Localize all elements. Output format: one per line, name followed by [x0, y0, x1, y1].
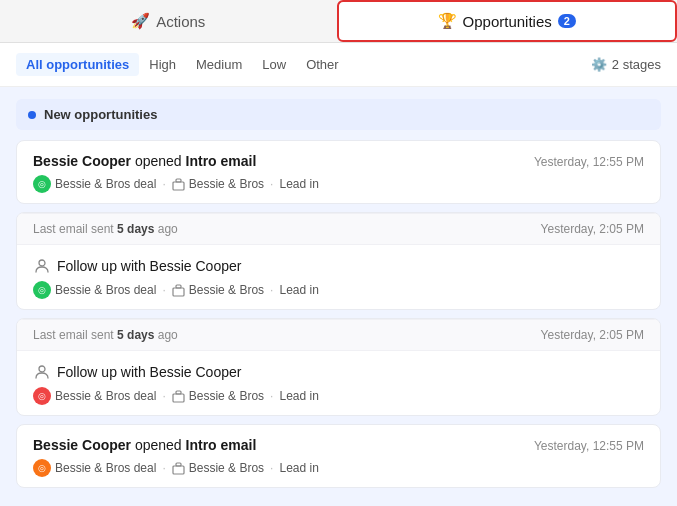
- person-icon-3: [33, 257, 51, 275]
- svg-rect-3: [173, 288, 184, 296]
- gear-icon: ⚙️: [591, 57, 607, 72]
- card-6-title: Bessie Cooper opened Intro email: [33, 437, 256, 453]
- card-6-meta: ◎ Bessie & Bros deal · Bessie & Bros · L…: [33, 459, 644, 477]
- svg-rect-9: [176, 463, 181, 466]
- opportunities-tab-label: Opportunities: [463, 13, 552, 30]
- opportunities-tab[interactable]: 🏆 Opportunities 2: [337, 0, 678, 42]
- deal-icon-6: ◎: [33, 459, 51, 477]
- card-1-stage: Lead in: [279, 177, 318, 191]
- card-6-company: Bessie & Bros: [189, 461, 264, 475]
- filter-medium[interactable]: Medium: [186, 53, 252, 76]
- actions-tab-label: Actions: [156, 13, 205, 30]
- card-3-company: Bessie & Bros: [189, 283, 264, 297]
- card-3-stage: Lead in: [279, 283, 318, 297]
- card-1-person: Bessie Cooper: [33, 153, 131, 169]
- person-icon-5: [33, 363, 51, 381]
- card-6-deal: Bessie & Bros deal: [55, 461, 156, 475]
- card-1-deal: Bessie & Bros deal: [55, 177, 156, 191]
- svg-rect-6: [173, 394, 184, 402]
- deal-icon-1: ◎: [33, 175, 51, 193]
- card-5-title: Follow up with Bessie Cooper: [33, 363, 241, 381]
- rocket-icon: 🚀: [131, 12, 150, 30]
- card-group-1: Last email sent 5 days ago Yesterday, 2:…: [16, 212, 661, 310]
- card-1-title: Bessie Cooper opened Intro email: [33, 153, 256, 169]
- sep-row-1: Last email sent 5 days ago Yesterday, 2:…: [17, 213, 660, 245]
- filter-high[interactable]: High: [139, 53, 186, 76]
- company-icon-5: [172, 390, 185, 403]
- section-dot: [28, 111, 36, 119]
- svg-rect-1: [176, 179, 181, 182]
- stages-button[interactable]: ⚙️ 2 stages: [591, 57, 661, 72]
- company-icon-6: [172, 462, 185, 475]
- svg-rect-0: [173, 182, 184, 190]
- svg-rect-4: [176, 285, 181, 288]
- card-3-deal: Bessie & Bros deal: [55, 283, 156, 297]
- deal-icon-3: ◎: [33, 281, 51, 299]
- svg-point-2: [39, 260, 45, 266]
- section-title: New opportunities: [44, 107, 157, 122]
- card-5-stage: Lead in: [279, 389, 318, 403]
- card-3-title: Follow up with Bessie Cooper: [33, 257, 241, 275]
- card-6-stage: Lead in: [279, 461, 318, 475]
- card-1-time: Yesterday, 12:55 PM: [534, 155, 644, 169]
- section-header: New opportunities: [16, 99, 661, 130]
- main-content: New opportunities Bessie Cooper opened I…: [0, 87, 677, 506]
- card-6-item: Intro email: [186, 437, 257, 453]
- opportunities-badge: 2: [558, 14, 576, 28]
- deal-icon-5: ◎: [33, 387, 51, 405]
- card-1-company: Bessie & Bros: [189, 177, 264, 191]
- company-icon-3: [172, 284, 185, 297]
- card-3-meta: ◎ Bessie & Bros deal · Bessie & Bros · L…: [33, 281, 644, 299]
- card-1-item: Intro email: [186, 153, 257, 169]
- svg-rect-7: [176, 391, 181, 394]
- filter-other[interactable]: Other: [296, 53, 349, 76]
- card-6-time: Yesterday, 12:55 PM: [534, 439, 644, 453]
- svg-rect-8: [173, 466, 184, 474]
- card-5-meta: ◎ Bessie & Bros deal · Bessie & Bros · L…: [33, 387, 644, 405]
- card-1-meta: ◎ Bessie & Bros deal · Bessie & Bros · L…: [33, 175, 644, 193]
- svg-point-5: [39, 366, 45, 372]
- card-5-company: Bessie & Bros: [189, 389, 264, 403]
- company-icon-1: [172, 178, 185, 191]
- card-6-person: Bessie Cooper: [33, 437, 131, 453]
- card-email-6: Bessie Cooper opened Intro email Yesterd…: [16, 424, 661, 488]
- sep-row-2: Last email sent 5 days ago Yesterday, 2:…: [17, 319, 660, 351]
- filter-bar: All opportunities High Medium Low Other …: [0, 43, 677, 87]
- stages-label: 2 stages: [612, 57, 661, 72]
- filter-all[interactable]: All opportunities: [16, 53, 139, 76]
- opportunities-icon: 🏆: [438, 12, 457, 30]
- filter-low[interactable]: Low: [252, 53, 296, 76]
- card-group-2: Last email sent 5 days ago Yesterday, 2:…: [16, 318, 661, 416]
- card-email-1: Bessie Cooper opened Intro email Yesterd…: [16, 140, 661, 204]
- actions-tab[interactable]: 🚀 Actions: [0, 0, 337, 42]
- card-5-deal: Bessie & Bros deal: [55, 389, 156, 403]
